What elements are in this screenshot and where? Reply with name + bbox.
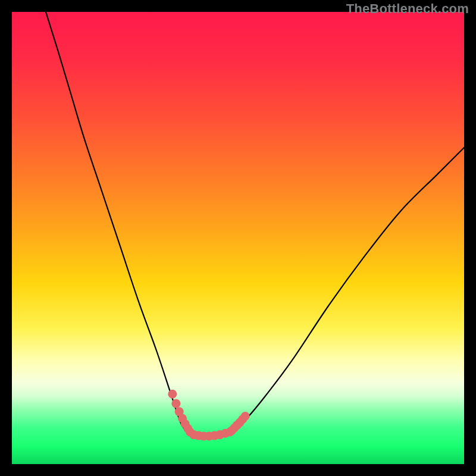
- marker-dot: [168, 390, 177, 399]
- marker-dot: [241, 412, 250, 421]
- left-curve: [46, 12, 190, 433]
- marker-dot: [171, 399, 180, 408]
- chart-frame: TheBottleneck.com: [0, 0, 476, 476]
- marker-group: [168, 390, 249, 441]
- curve-group: [46, 12, 464, 436]
- right-curve: [231, 148, 464, 433]
- chart-svg: [12, 12, 464, 464]
- watermark-text: TheBottleneck.com: [346, 1, 469, 17]
